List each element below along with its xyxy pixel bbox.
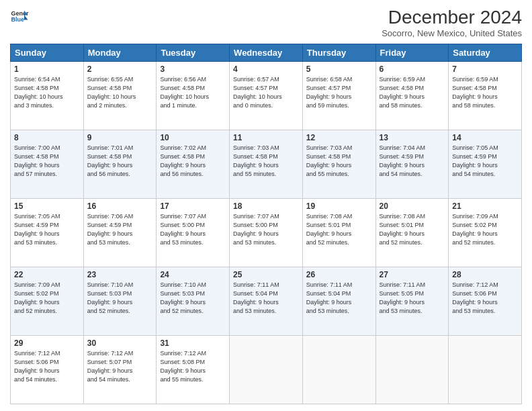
calendar-week-row: 1Sunrise: 6:54 AMSunset: 4:58 PMDaylight… (11, 62, 522, 130)
calendar-cell: 17Sunrise: 7:07 AMSunset: 5:00 PMDayligh… (157, 199, 230, 267)
calendar-week-row: 29Sunrise: 7:12 AMSunset: 5:06 PMDayligh… (11, 336, 522, 404)
day-info: Sunrise: 7:11 AMSunset: 5:04 PMDaylight:… (233, 281, 299, 316)
day-number: 5 (306, 64, 372, 74)
day-number: 30 (87, 338, 153, 348)
calendar-cell: 11Sunrise: 7:03 AMSunset: 4:58 PMDayligh… (230, 130, 303, 199)
day-info: Sunrise: 7:12 AMSunset: 5:06 PMDaylight:… (452, 281, 518, 316)
day-info: Sunrise: 7:07 AMSunset: 5:00 PMDaylight:… (160, 212, 226, 247)
main-title: December 2024 (382, 7, 522, 28)
day-info: Sunrise: 7:09 AMSunset: 5:02 PMDaylight:… (452, 212, 518, 247)
calendar-cell: 21Sunrise: 7:09 AMSunset: 5:02 PMDayligh… (449, 199, 522, 267)
day-number: 18 (233, 201, 299, 211)
calendar-header-monday: Monday (83, 44, 157, 62)
day-number: 15 (14, 201, 80, 211)
calendar-cell: 23Sunrise: 7:10 AMSunset: 5:03 PMDayligh… (83, 267, 157, 336)
calendar-cell: 4Sunrise: 6:57 AMSunset: 4:57 PMDaylight… (230, 62, 303, 130)
calendar-cell: 19Sunrise: 7:08 AMSunset: 5:01 PMDayligh… (302, 199, 375, 267)
calendar-cell: 14Sunrise: 7:05 AMSunset: 4:59 PMDayligh… (449, 130, 522, 199)
calendar-cell: 5Sunrise: 6:58 AMSunset: 4:57 PMDaylight… (302, 62, 375, 130)
calendar-header-saturday: Saturday (449, 44, 522, 62)
day-info: Sunrise: 6:57 AMSunset: 4:57 PMDaylight:… (233, 75, 299, 110)
day-number: 3 (160, 64, 226, 74)
calendar-cell: 2Sunrise: 6:55 AMSunset: 4:58 PMDaylight… (83, 62, 157, 130)
calendar-cell (302, 336, 375, 404)
calendar-cell: 20Sunrise: 7:08 AMSunset: 5:01 PMDayligh… (375, 199, 449, 267)
day-info: Sunrise: 7:11 AMSunset: 5:05 PMDaylight:… (380, 281, 445, 316)
calendar-cell: 7Sunrise: 6:59 AMSunset: 4:58 PMDaylight… (449, 62, 522, 130)
calendar-cell: 31Sunrise: 7:12 AMSunset: 5:08 PMDayligh… (157, 336, 230, 404)
calendar-cell: 1Sunrise: 6:54 AMSunset: 4:58 PMDaylight… (11, 62, 84, 130)
logo: General Blue (10, 7, 29, 26)
day-info: Sunrise: 7:12 AMSunset: 5:06 PMDaylight:… (14, 349, 80, 384)
day-number: 16 (87, 201, 153, 211)
page: General Blue December 2024 Socorro, New … (0, 0, 532, 411)
calendar-table: SundayMondayTuesdayWednesdayThursdayFrid… (10, 44, 522, 404)
calendar-cell: 8Sunrise: 7:00 AMSunset: 4:58 PMDaylight… (11, 130, 84, 199)
day-number: 21 (452, 201, 518, 211)
day-number: 20 (380, 201, 445, 211)
calendar-cell: 15Sunrise: 7:05 AMSunset: 4:59 PMDayligh… (11, 199, 84, 267)
day-info: Sunrise: 7:11 AMSunset: 5:04 PMDaylight:… (306, 281, 372, 316)
day-info: Sunrise: 7:08 AMSunset: 5:01 PMDaylight:… (306, 212, 372, 247)
calendar-cell: 25Sunrise: 7:11 AMSunset: 5:04 PMDayligh… (230, 267, 303, 336)
day-info: Sunrise: 6:58 AMSunset: 4:57 PMDaylight:… (306, 75, 372, 110)
day-info: Sunrise: 7:10 AMSunset: 5:03 PMDaylight:… (160, 281, 226, 316)
day-number: 11 (233, 133, 299, 142)
day-info: Sunrise: 6:56 AMSunset: 4:58 PMDaylight:… (160, 75, 226, 110)
day-info: Sunrise: 7:08 AMSunset: 5:01 PMDaylight:… (380, 212, 445, 247)
calendar-cell: 18Sunrise: 7:07 AMSunset: 5:00 PMDayligh… (230, 199, 303, 267)
day-number: 27 (380, 270, 445, 279)
logo-icon: General Blue (10, 7, 29, 26)
day-info: Sunrise: 7:12 AMSunset: 5:07 PMDaylight:… (87, 349, 153, 384)
day-number: 8 (14, 133, 80, 142)
day-number: 25 (233, 270, 299, 279)
calendar-cell: 28Sunrise: 7:12 AMSunset: 5:06 PMDayligh… (449, 267, 522, 336)
calendar-header-sunday: Sunday (11, 44, 84, 62)
day-number: 26 (306, 270, 372, 279)
day-number: 10 (160, 133, 226, 142)
day-number: 17 (160, 201, 226, 211)
day-info: Sunrise: 7:01 AMSunset: 4:58 PMDaylight:… (87, 144, 153, 179)
day-info: Sunrise: 7:03 AMSunset: 4:58 PMDaylight:… (233, 144, 299, 179)
day-number: 13 (380, 133, 445, 142)
day-info: Sunrise: 6:55 AMSunset: 4:58 PMDaylight:… (87, 75, 153, 110)
day-number: 24 (160, 270, 226, 279)
day-info: Sunrise: 6:59 AMSunset: 4:58 PMDaylight:… (380, 75, 445, 110)
calendar-cell: 29Sunrise: 7:12 AMSunset: 5:06 PMDayligh… (11, 336, 84, 404)
calendar-header-friday: Friday (375, 44, 449, 62)
title-block: December 2024 Socorro, New Mexico, Unite… (382, 7, 522, 38)
calendar-cell: 30Sunrise: 7:12 AMSunset: 5:07 PMDayligh… (83, 336, 157, 404)
day-info: Sunrise: 7:05 AMSunset: 4:59 PMDaylight:… (452, 144, 518, 179)
calendar-cell (375, 336, 449, 404)
calendar-header-row: SundayMondayTuesdayWednesdayThursdayFrid… (11, 44, 522, 62)
day-info: Sunrise: 7:09 AMSunset: 5:02 PMDaylight:… (14, 281, 80, 316)
calendar-cell: 16Sunrise: 7:06 AMSunset: 4:59 PMDayligh… (83, 199, 157, 267)
calendar-header-thursday: Thursday (302, 44, 375, 62)
calendar-cell: 22Sunrise: 7:09 AMSunset: 5:02 PMDayligh… (11, 267, 84, 336)
calendar-cell: 6Sunrise: 6:59 AMSunset: 4:58 PMDaylight… (375, 62, 449, 130)
calendar-cell: 13Sunrise: 7:04 AMSunset: 4:59 PMDayligh… (375, 130, 449, 199)
day-number: 1 (14, 64, 80, 74)
calendar-header-wednesday: Wednesday (230, 44, 303, 62)
calendar-cell: 9Sunrise: 7:01 AMSunset: 4:58 PMDaylight… (83, 130, 157, 199)
calendar-cell: 26Sunrise: 7:11 AMSunset: 5:04 PMDayligh… (302, 267, 375, 336)
calendar-week-row: 8Sunrise: 7:00 AMSunset: 4:58 PMDaylight… (11, 130, 522, 199)
calendar-cell: 12Sunrise: 7:03 AMSunset: 4:58 PMDayligh… (302, 130, 375, 199)
day-number: 19 (306, 201, 372, 211)
calendar-cell: 24Sunrise: 7:10 AMSunset: 5:03 PMDayligh… (157, 267, 230, 336)
day-number: 23 (87, 270, 153, 279)
calendar-cell (449, 336, 522, 404)
day-number: 28 (452, 270, 518, 279)
day-number: 6 (380, 64, 445, 74)
day-info: Sunrise: 7:10 AMSunset: 5:03 PMDaylight:… (87, 281, 153, 316)
calendar-cell: 3Sunrise: 6:56 AMSunset: 4:58 PMDaylight… (157, 62, 230, 130)
day-info: Sunrise: 7:00 AMSunset: 4:58 PMDaylight:… (14, 144, 80, 179)
day-info: Sunrise: 6:59 AMSunset: 4:58 PMDaylight:… (452, 75, 518, 110)
day-number: 29 (14, 338, 80, 348)
calendar-cell: 27Sunrise: 7:11 AMSunset: 5:05 PMDayligh… (375, 267, 449, 336)
calendar-week-row: 22Sunrise: 7:09 AMSunset: 5:02 PMDayligh… (11, 267, 522, 336)
day-info: Sunrise: 7:04 AMSunset: 4:59 PMDaylight:… (380, 144, 445, 179)
day-number: 4 (233, 64, 299, 74)
day-info: Sunrise: 7:07 AMSunset: 5:00 PMDaylight:… (233, 212, 299, 247)
day-number: 22 (14, 270, 80, 279)
